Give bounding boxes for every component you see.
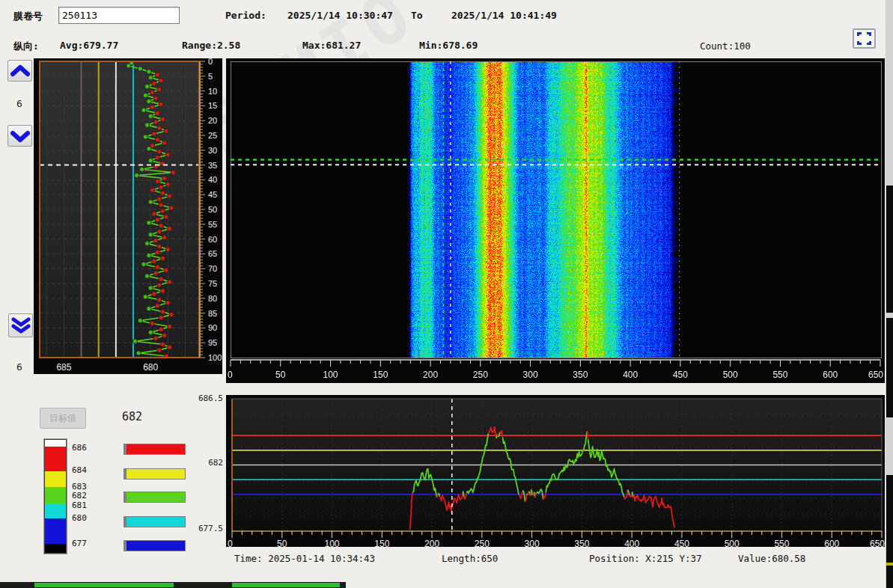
profile-line-segment: [463, 491, 464, 497]
profile-x-tick-label: 350: [574, 539, 589, 547]
row-tick-label: 35: [208, 161, 217, 170]
row-tick-label: 90: [208, 323, 217, 332]
scroll-bottom-button[interactable]: [8, 313, 33, 337]
status-time: Time: 2025-01-14 10:34:43: [234, 553, 375, 564]
heatmap-x-tick-label: 400: [623, 370, 638, 380]
status-length: Length:650: [442, 553, 498, 564]
row-tick-label: 50: [208, 205, 217, 214]
right-strip-marker: [886, 563, 893, 566]
profile-line-segment: [437, 494, 438, 497]
film-roll-label: 膜卷号: [13, 10, 43, 23]
heatmap-crosshair-overlay: [231, 61, 882, 358]
expand-button[interactable]: [853, 28, 876, 49]
row-tick-label: 60: [208, 235, 217, 244]
heatmap-x-tick-label: 200: [423, 370, 438, 380]
heatmap-x-tick-label: 50: [275, 370, 286, 380]
row-tick-label: 55: [208, 220, 217, 229]
scan-average-panel: 0510152025303540455055606570758085909510…: [34, 58, 222, 374]
row-tick-label: 5: [208, 72, 213, 81]
heatmap-panel: 050100150200250300350400450500550600650: [226, 58, 885, 383]
scroll-up-button[interactable]: [7, 60, 32, 82]
row-ruler: 0510152025303540455055606570758085909510…: [198, 58, 222, 374]
color-scale-label: 680: [72, 513, 87, 523]
color-scale-segment: [45, 471, 66, 487]
period-end: 2025/1/14 10:41:49: [451, 10, 557, 21]
reference-line-swatch: [124, 491, 186, 503]
profile-x-tick-label: 0: [228, 539, 233, 547]
period-label: Period:: [225, 10, 266, 21]
stat-min: Min:678.69: [419, 40, 478, 51]
page-number-bottom: 6: [16, 361, 22, 373]
stat-avg: Avg:679.77: [60, 40, 118, 51]
heatmap-x-tick-label: 500: [723, 370, 738, 380]
profile-ytick-max: 686.5: [193, 393, 223, 403]
color-scale-label: 681: [72, 500, 87, 510]
right-strip-block: [886, 475, 893, 588]
reference-line-swatch: [124, 540, 186, 551]
status-value: Value:680.58: [738, 553, 805, 564]
profile-line-segment: [535, 493, 536, 497]
heatmap-x-tick-label: 100: [323, 370, 338, 380]
color-scale-segment: [45, 544, 66, 553]
heatmap-x-tick-label: 0: [228, 370, 233, 380]
row-tick-label: 45: [208, 190, 217, 199]
heatmap-x-tick-label: 250: [473, 370, 488, 380]
row-tick-label: 40: [208, 175, 217, 184]
background-window-green-block: [232, 583, 340, 587]
target-value-button[interactable]: 目标值: [40, 408, 86, 429]
profile-x-tick-label: 550: [774, 539, 789, 547]
value-tick-label: 680: [143, 362, 158, 373]
color-scale-label: 686: [72, 443, 87, 453]
scroll-down-button[interactable]: [7, 125, 32, 147]
color-scale-segment: [45, 440, 66, 447]
stat-count: Count:100: [700, 40, 751, 52]
scan-average-chart[interactable]: [39, 61, 200, 358]
heatmap-x-tick-label: 550: [772, 370, 787, 380]
heatmap-x-tick-label: 300: [523, 370, 538, 380]
profile-ytick-min: 677.5: [193, 524, 223, 533]
to-label: To: [411, 10, 423, 21]
row-tick-label: 100: [208, 353, 222, 362]
row-tick-label: 65: [208, 249, 217, 258]
profile-x-tick-label: 50: [277, 539, 287, 547]
row-tick-label: 75: [208, 279, 217, 288]
profile-x-tick-label: 300: [525, 539, 540, 547]
stat-max: Max:681.27: [302, 40, 361, 51]
chevron-up-icon: [10, 64, 30, 78]
chevron-down-icon: [10, 129, 30, 143]
profile-x-tick-label: 500: [725, 539, 740, 547]
profile-x-tick-label: 450: [674, 539, 689, 547]
right-strip-block: [886, 186, 893, 313]
film-roll-input[interactable]: [58, 7, 180, 24]
profile-x-tick-label: 150: [374, 539, 389, 547]
heatmap-x-tick-label: 600: [823, 370, 838, 380]
target-current-value: 682: [122, 410, 142, 423]
heatmap-x-tick-label: 350: [573, 370, 588, 380]
period-start: 2025/1/14 10:30:47: [287, 10, 393, 21]
page-number-top: 6: [16, 98, 22, 109]
profile-x-tick-label: 200: [424, 539, 439, 547]
heatmap-x-tick-label: 150: [373, 370, 388, 380]
double-chevron-down-icon: [11, 316, 31, 334]
color-scale-segment: [45, 503, 66, 518]
profile-ytick-mid: 682: [193, 458, 223, 468]
reference-line-swatch: [124, 516, 186, 527]
color-scale-bar: [44, 439, 67, 554]
profile-x-tick-label: 400: [624, 539, 639, 547]
profile-chart[interactable]: 050100150200250300350400450500550600650: [226, 395, 885, 547]
heatmap-x-tick-label: 450: [673, 370, 688, 380]
row-tick-label: 0: [208, 58, 213, 66]
fullscreen-icon: [857, 32, 871, 45]
heatmap-x-tick-label: 650: [868, 370, 883, 380]
profile-x-tick-label: 600: [824, 539, 839, 547]
color-scale-label: 677: [72, 539, 87, 548]
profile-x-tick-label: 650: [870, 539, 885, 547]
profile-line-segment: [531, 489, 532, 495]
color-scale-segment: [45, 518, 66, 544]
profile-x-tick-label: 250: [475, 539, 490, 547]
reference-line-swatch: [124, 468, 186, 480]
color-scale-segment: [45, 487, 66, 503]
row-tick-label: 15: [208, 101, 217, 110]
row-tick-label: 85: [208, 309, 217, 318]
color-scale-label: 682: [72, 491, 87, 500]
